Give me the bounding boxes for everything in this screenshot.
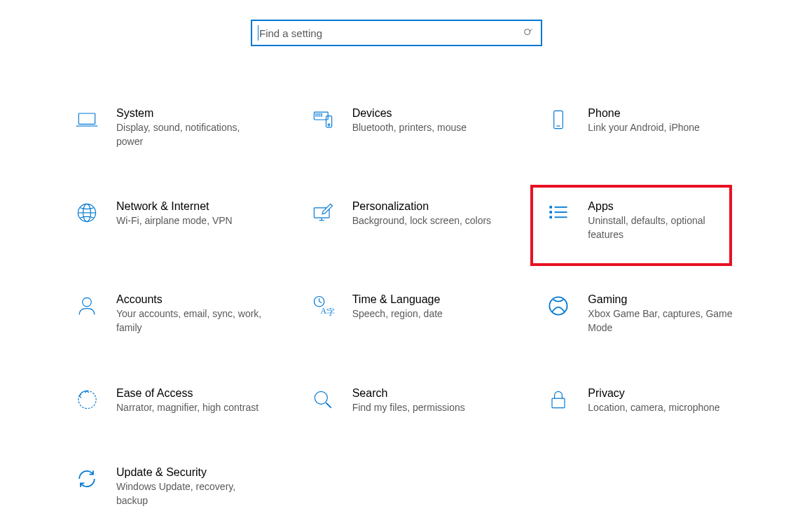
search-mag-icon bbox=[309, 386, 337, 414]
svg-line-37 bbox=[326, 402, 331, 407]
setting-text: Phone Link your Android, iPhone bbox=[588, 106, 747, 135]
setting-title: Accounts bbox=[116, 293, 275, 306]
svg-point-36 bbox=[315, 391, 327, 404]
devices-icon bbox=[309, 106, 337, 134]
setting-title: System bbox=[116, 107, 275, 120]
setting-text: Network & Internet Wi-Fi, airplane mode,… bbox=[116, 199, 275, 228]
time-language-icon: A 字 bbox=[309, 292, 337, 320]
setting-text: Devices Bluetooth, printers, mouse bbox=[352, 106, 511, 135]
setting-title: Apps bbox=[588, 200, 747, 213]
settings-grid: System Display, sound, notifications, po… bbox=[70, 102, 750, 512]
svg-rect-2 bbox=[78, 113, 95, 124]
setting-title: Ease of Access bbox=[116, 387, 275, 400]
setting-time-language[interactable]: A 字 Time & Language Speech, region, date bbox=[306, 288, 514, 339]
search-input[interactable] bbox=[259, 27, 523, 39]
setting-desc: Find my files, permissions bbox=[352, 401, 499, 415]
svg-rect-38 bbox=[552, 398, 565, 408]
setting-text: Time & Language Speech, region, date bbox=[352, 292, 511, 321]
setting-title: Time & Language bbox=[352, 293, 511, 306]
laptop-icon bbox=[73, 106, 101, 134]
setting-text: System Display, sound, notifications, po… bbox=[116, 106, 275, 148]
svg-rect-11 bbox=[319, 115, 320, 117]
svg-point-14 bbox=[328, 124, 330, 126]
search-container bbox=[251, 20, 542, 46]
svg-rect-23 bbox=[550, 206, 553, 209]
person-icon bbox=[73, 292, 101, 320]
text-cursor bbox=[258, 25, 258, 41]
setting-ease-of-access[interactable]: Ease of Access Narrator, magnifier, high… bbox=[70, 382, 278, 419]
lock-icon bbox=[544, 386, 572, 414]
setting-desc: Bluetooth, printers, mouse bbox=[352, 121, 499, 135]
xbox-icon bbox=[544, 292, 572, 320]
svg-text:字: 字 bbox=[326, 307, 334, 317]
svg-point-29 bbox=[83, 298, 92, 307]
phone-icon bbox=[544, 106, 572, 134]
setting-text: Apps Uninstall, defaults, optional featu… bbox=[588, 199, 747, 241]
setting-phone[interactable]: Phone Link your Android, iPhone bbox=[542, 102, 750, 153]
ease-access-icon bbox=[73, 386, 101, 414]
setting-desc: Xbox Game Bar, captures, Game Mode bbox=[588, 307, 735, 335]
setting-text: Update & Security Windows Update, recove… bbox=[116, 465, 275, 507]
setting-personalization[interactable]: Personalization Background, lock screen,… bbox=[306, 195, 514, 246]
globe-icon bbox=[73, 199, 101, 227]
setting-search[interactable]: Search Find my files, permissions bbox=[306, 382, 514, 419]
setting-system[interactable]: System Display, sound, notifications, po… bbox=[70, 102, 278, 153]
setting-desc: Background, lock screen, colors bbox=[352, 214, 499, 228]
apps-list-icon bbox=[544, 199, 572, 227]
setting-desc: Windows Update, recovery, backup bbox=[116, 480, 263, 507]
setting-accounts[interactable]: Accounts Your accounts, email, sync, wor… bbox=[70, 288, 278, 339]
svg-point-0 bbox=[525, 29, 530, 35]
setting-title: Network & Internet bbox=[116, 200, 275, 213]
setting-desc: Uninstall, defaults, optional features bbox=[588, 214, 735, 241]
setting-apps[interactable]: Apps Uninstall, defaults, optional featu… bbox=[542, 195, 750, 246]
update-icon bbox=[73, 465, 101, 493]
setting-update-security[interactable]: Update & Security Windows Update, recove… bbox=[70, 461, 278, 512]
setting-privacy[interactable]: Privacy Location, camera, microphone bbox=[542, 382, 750, 419]
svg-rect-25 bbox=[550, 216, 553, 219]
search-icon bbox=[523, 27, 534, 38]
setting-title: Devices bbox=[352, 107, 511, 120]
svg-rect-7 bbox=[319, 113, 320, 115]
svg-rect-5 bbox=[315, 113, 317, 115]
setting-desc: Your accounts, email, sync, work, family bbox=[116, 307, 263, 335]
setting-desc: Narrator, magnifier, high contrast bbox=[116, 401, 263, 415]
svg-rect-9 bbox=[315, 115, 317, 117]
setting-text: Gaming Xbox Game Bar, captures, Game Mod… bbox=[588, 292, 747, 335]
svg-rect-6 bbox=[317, 113, 319, 115]
setting-desc: Location, camera, microphone bbox=[588, 401, 735, 415]
svg-rect-8 bbox=[321, 113, 322, 115]
setting-gaming[interactable]: Gaming Xbox Game Bar, captures, Game Mod… bbox=[542, 288, 750, 339]
setting-devices[interactable]: Devices Bluetooth, printers, mouse bbox=[306, 102, 514, 153]
setting-title: Update & Security bbox=[116, 466, 275, 479]
setting-title: Search bbox=[352, 387, 511, 400]
svg-point-30 bbox=[314, 297, 324, 307]
setting-text: Search Find my files, permissions bbox=[352, 386, 511, 415]
setting-text: Ease of Access Narrator, magnifier, high… bbox=[116, 386, 275, 415]
svg-rect-12 bbox=[321, 115, 322, 117]
setting-text: Personalization Background, lock screen,… bbox=[352, 199, 511, 228]
setting-title: Personalization bbox=[352, 200, 511, 213]
setting-title: Privacy bbox=[588, 387, 747, 400]
setting-desc: Display, sound, notifications, power bbox=[116, 121, 263, 148]
setting-desc: Speech, region, date bbox=[352, 307, 499, 321]
search-box[interactable] bbox=[251, 20, 542, 46]
setting-desc: Link your Android, iPhone bbox=[588, 121, 735, 135]
setting-desc: Wi-Fi, airplane mode, VPN bbox=[116, 214, 263, 228]
svg-line-32 bbox=[319, 302, 322, 303]
setting-title: Phone bbox=[588, 107, 747, 120]
setting-title: Gaming bbox=[588, 293, 747, 306]
svg-rect-24 bbox=[550, 211, 553, 214]
setting-text: Accounts Your accounts, email, sync, wor… bbox=[116, 292, 275, 335]
svg-rect-10 bbox=[317, 115, 319, 117]
setting-text: Privacy Location, camera, microphone bbox=[588, 386, 747, 415]
pen-monitor-icon bbox=[309, 199, 337, 227]
setting-network[interactable]: Network & Internet Wi-Fi, airplane mode,… bbox=[70, 195, 278, 246]
